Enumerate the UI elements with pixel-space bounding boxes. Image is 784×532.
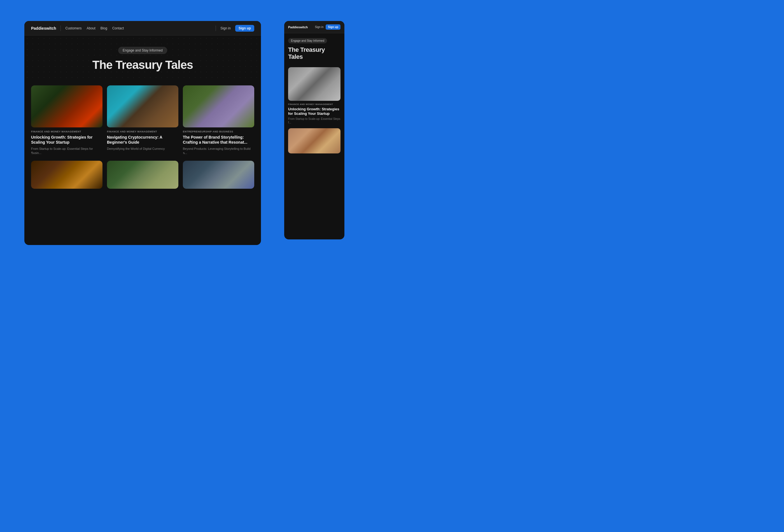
mountains-image bbox=[107, 161, 178, 189]
card-1-title: Unlocking Growth: Strategies for Scaling… bbox=[31, 135, 103, 145]
nav-links: Customers About Blog Contact bbox=[65, 26, 211, 30]
nav-link-contact[interactable]: Contact bbox=[112, 26, 124, 30]
mobile-card-1-title: Unlocking Growth: Strategies for Scaling… bbox=[288, 107, 340, 116]
card-1[interactable]: FINANCE AND MONEY MANAGEMENT Unlocking G… bbox=[31, 85, 103, 155]
restaurant-image bbox=[288, 67, 340, 101]
card-5-image bbox=[107, 161, 178, 189]
mobile-hero: Engage and Stay Informed The Treasury Ta… bbox=[284, 33, 344, 67]
card-4[interactable] bbox=[31, 161, 103, 189]
mobile-hero-title: The Treasury Tales bbox=[288, 46, 340, 60]
casino-image bbox=[31, 161, 103, 189]
card-2[interactable]: FINANCE AND MONEY MANAGEMENT Navigating … bbox=[107, 85, 178, 155]
card-5[interactable] bbox=[107, 161, 178, 189]
hero-badge: Engage and Stay Informed bbox=[118, 47, 167, 54]
desktop-panel: Paddieswitch Customers About Blog Contac… bbox=[24, 21, 261, 245]
oldcity-image bbox=[288, 128, 340, 153]
card-1-excerpt: From Startup to Scale-up: Essential Step… bbox=[31, 147, 103, 156]
card-2-image bbox=[107, 85, 178, 128]
hero-section: Engage and Stay Informed The Treasury Ta… bbox=[24, 35, 261, 80]
card-4-image bbox=[31, 161, 103, 189]
mobile-card-1-excerpt: From Startup to Scale-up: Essential Step… bbox=[288, 117, 340, 124]
dot-pattern bbox=[24, 35, 261, 80]
mobile-signup-button[interactable]: Sign up bbox=[326, 24, 340, 30]
card-3-image bbox=[183, 85, 254, 128]
nav-bar: Paddieswitch Customers About Blog Contac… bbox=[24, 21, 261, 35]
nav-logo: Paddieswitch bbox=[31, 26, 56, 30]
lavender-image bbox=[183, 85, 254, 128]
mobile-panel: Paddieswitch Sign in Sign up Engage and … bbox=[284, 21, 344, 240]
mobile-nav: Paddieswitch Sign in Sign up bbox=[284, 21, 344, 33]
card-2-category: FINANCE AND MONEY MANAGEMENT bbox=[107, 130, 178, 133]
card-3-title: The Power of Brand Storytelling: Craftin… bbox=[183, 135, 254, 145]
city-image bbox=[183, 161, 254, 189]
signup-button[interactable]: Sign up bbox=[235, 25, 254, 32]
nav-divider2 bbox=[216, 26, 216, 31]
mobile-nav-right: Sign in Sign up bbox=[315, 24, 340, 30]
mobile-card-2[interactable] bbox=[284, 128, 344, 153]
cards-grid-row2 bbox=[24, 161, 261, 189]
card-2-excerpt: Demystifying the World of Digital Curren… bbox=[107, 147, 178, 151]
nav-link-about[interactable]: About bbox=[86, 26, 95, 30]
card-2-title: Navigating Cryptocurrency: A Beginner's … bbox=[107, 135, 178, 145]
hero-title: The Treasury Tales bbox=[24, 58, 261, 72]
mobile-card-2-image bbox=[288, 128, 340, 153]
nav-link-blog[interactable]: Blog bbox=[101, 26, 107, 30]
card-3-category: ENTREPRENEURSHIP AND BUSINESS bbox=[183, 130, 254, 133]
poppy-image bbox=[31, 85, 103, 128]
mobile-card-1-image bbox=[288, 67, 340, 101]
card-1-category: FINANCE AND MONEY MANAGEMENT bbox=[31, 130, 103, 133]
nav-link-customers[interactable]: Customers bbox=[65, 26, 82, 30]
nav-divider bbox=[60, 26, 61, 31]
mobile-card-1[interactable]: FINANCE AND MONEY MANAGEMENT Unlocking G… bbox=[284, 67, 344, 129]
lemons-image bbox=[107, 85, 178, 128]
card-3-excerpt: Beyond Products: Leveraging Storytelling… bbox=[183, 147, 254, 156]
card-6-image bbox=[183, 161, 254, 189]
mobile-nav-logo: Paddieswitch bbox=[288, 26, 308, 29]
card-1-image bbox=[31, 85, 103, 128]
mobile-hero-badge: Engage and Stay Informed bbox=[288, 38, 327, 44]
cards-grid: FINANCE AND MONEY MANAGEMENT Unlocking G… bbox=[24, 80, 261, 161]
mobile-card-1-category: FINANCE AND MONEY MANAGEMENT bbox=[288, 103, 340, 106]
signin-button[interactable]: Sign in bbox=[220, 26, 231, 30]
card-6[interactable] bbox=[183, 161, 254, 189]
card-3[interactable]: ENTREPRENEURSHIP AND BUSINESS The Power … bbox=[183, 85, 254, 155]
mobile-signin-button[interactable]: Sign in bbox=[315, 26, 324, 29]
